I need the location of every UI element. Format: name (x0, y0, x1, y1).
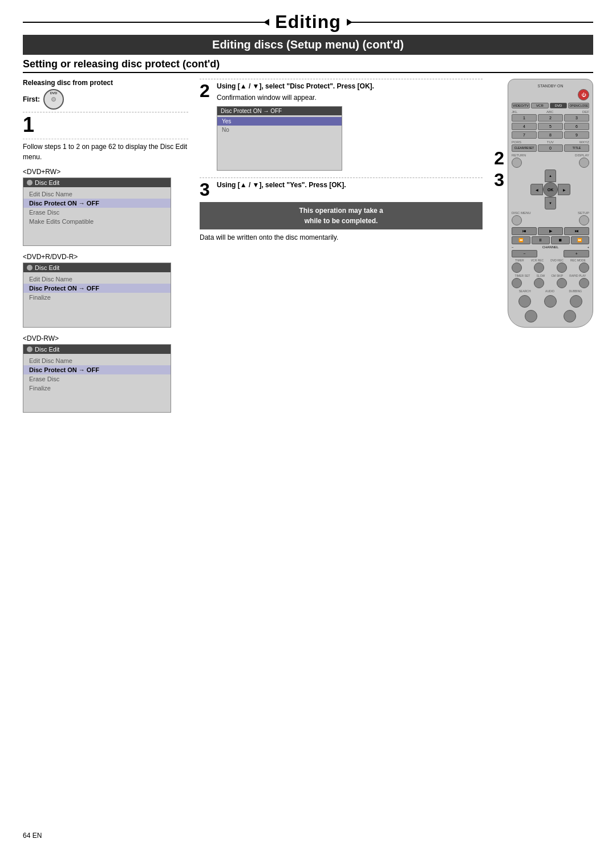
btn-0[interactable]: 0 (538, 144, 563, 152)
bottom-circles (512, 295, 589, 308)
alpha-jkl: JKL (512, 110, 517, 114)
alpha-labels: JKL ABC DEF (512, 110, 589, 114)
warning-line2: while to be completed. (205, 216, 477, 226)
num-4[interactable]: 4 (512, 123, 537, 130)
num-5[interactable]: 5 (538, 123, 563, 130)
power-row: ⏻ (512, 89, 589, 100)
screen2-dvdplusr: Disc Edit Edit Disc Name Disc Protect ON… (23, 263, 171, 328)
num-9[interactable]: 9 (564, 131, 589, 139)
num-2[interactable]: 2 (538, 114, 563, 122)
dpad-down[interactable]: ▼ (545, 197, 556, 209)
btn-dubbing[interactable] (570, 295, 582, 308)
step2-number: 2 (200, 82, 213, 100)
spacer (523, 158, 578, 168)
middle-column: 2 Using [▲ / ▼], select "Disc Protect". … (200, 79, 483, 420)
btn-ffwd[interactable]: ⏩ (571, 236, 590, 244)
step3-content: Using [▲ / ▼], select "Yes". Press [OK]. (217, 180, 483, 192)
btn-vcrrec[interactable] (534, 263, 544, 273)
btn-skipback[interactable]: ⏮ (512, 227, 537, 235)
screen2-padding (23, 302, 171, 325)
channel-minus: − (512, 245, 514, 249)
dpad-area: ▲ ▼ ◀ ▶ OK (512, 170, 589, 209)
btn-discmenu[interactable] (512, 215, 522, 225)
btn-ch-plus[interactable]: + (564, 250, 589, 257)
btn-pause[interactable]: ⏸ (532, 236, 550, 244)
btn-timerset[interactable] (512, 278, 522, 288)
btn-return[interactable] (512, 158, 522, 168)
screen3-row1: Disc Protect ON → OFF (23, 365, 171, 374)
btn-slow[interactable] (534, 278, 544, 288)
step3-block: 3 Using [▲ / ▼], select "Yes". Press [OK… (200, 178, 483, 243)
label-audio: AUDIO (545, 289, 554, 293)
label-display: DISPLAY (575, 154, 589, 157)
circle-row1 (512, 263, 589, 273)
btn-recmode[interactable] (579, 263, 589, 273)
btn-clearreset[interactable]: CLEAR/RESET (512, 144, 537, 152)
screen2-row1: Disc Protect ON → OFF (23, 284, 171, 293)
btn-search[interactable] (518, 295, 531, 308)
source-videotv[interactable]: VIDEO/TV (512, 103, 530, 108)
ch-spacer (538, 250, 563, 257)
warning-line1: This operation may take a (205, 205, 477, 216)
label-rapidplay: RAPID PLAY (569, 274, 586, 277)
label-discmenu: DISC MENU (512, 211, 531, 215)
first-step-row: First: DVD (23, 89, 188, 112)
main-title: Editing (275, 11, 341, 33)
disc-icon-3 (27, 346, 33, 352)
btn-play[interactable]: ▶ (538, 227, 563, 235)
dpad-left[interactable]: ◀ (530, 184, 543, 195)
screen1-titlebar: Disc Edit (23, 178, 171, 187)
screen2-body: Edit Disc Name Disc Protect ON → OFF Fin… (23, 272, 171, 327)
btn-display[interactable] (579, 158, 589, 168)
step2-content: Using [▲ / ▼], select "Disc Protect". Pr… (217, 82, 483, 103)
channel-label: CHANNEL (542, 245, 559, 249)
btn-dvdrec[interactable] (557, 263, 567, 273)
btn-rewind[interactable]: ⏪ (512, 236, 530, 244)
num-3[interactable]: 3 (564, 114, 589, 122)
dpad-up[interactable]: ▲ (545, 170, 556, 182)
step2-block: 2 Using [▲ / ▼], select "Disc Protect". … (200, 79, 483, 171)
btn-ch-minus[interactable]: − (512, 250, 537, 257)
dpad: ▲ ▼ ◀ ▶ OK (530, 170, 570, 209)
return-display-labels: RETURN DISPLAY (512, 154, 589, 157)
btn-timer[interactable] (512, 263, 522, 273)
alpha-abc: ABC (546, 110, 553, 114)
btn-rapidplay[interactable] (579, 278, 589, 288)
btn-cmskip[interactable] (557, 278, 567, 288)
screen3-row0: Edit Disc Name (23, 356, 171, 365)
confirmation-screen: Disc Protect ON → OFF Yes No (217, 106, 342, 171)
btn-skipfwd[interactable]: ⏭ (564, 227, 589, 235)
conf-screen-bar: Disc Protect ON → OFF (217, 107, 342, 115)
btn-title[interactable]: TITLE (564, 144, 589, 152)
num-6[interactable]: 6 (564, 123, 589, 130)
num-7[interactable]: 7 (512, 131, 537, 139)
btn-setup[interactable] (579, 215, 589, 225)
btn-audio[interactable] (544, 295, 557, 308)
screen3-titlebar: Disc Edit (23, 345, 171, 354)
btn-lowest-2[interactable] (564, 310, 576, 322)
conf-row-yes: Yes (217, 117, 342, 126)
btn-stop[interactable]: ⏹ (551, 236, 570, 244)
dpad-ok[interactable]: OK (543, 182, 558, 197)
side-step-num-3: 3 (494, 169, 504, 191)
conf-row-no: No (217, 126, 342, 134)
power-button[interactable]: ⏻ (578, 89, 589, 100)
channel-btns-row: − + (512, 250, 589, 257)
step1-number: 1 (23, 115, 34, 135)
num-1[interactable]: 1 (512, 114, 537, 122)
alpha-def: DEF (582, 110, 589, 114)
label-slow: SLOW (537, 274, 545, 277)
screen3-row3: Finalize (23, 384, 171, 393)
label-timer: TIMER (515, 259, 524, 262)
source-open[interactable]: OPEN/CLOSE (568, 103, 589, 108)
num-8[interactable]: 8 (538, 131, 563, 139)
source-dvd[interactable]: DVD (550, 103, 568, 108)
disc-icon-2 (27, 265, 33, 271)
dvdplusr-label: <DVD+R/DVD-R> (23, 253, 188, 261)
page: Editing Editing discs (Setup menu) (cont… (0, 0, 616, 851)
btn-lowest-1[interactable] (525, 310, 537, 322)
source-row: VIDEO/TV VCR DVD OPEN/CLOSE (512, 103, 589, 108)
source-vcr[interactable]: VCR (531, 103, 549, 108)
subsection-label: Releasing disc from protect (23, 79, 188, 87)
dpad-right[interactable]: ▶ (558, 184, 570, 195)
